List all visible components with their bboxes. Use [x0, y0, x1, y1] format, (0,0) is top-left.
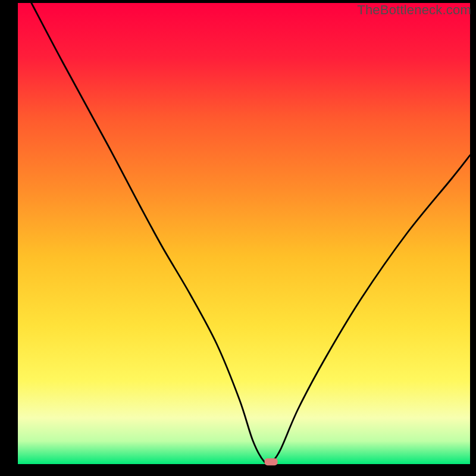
chart-svg: [0, 0, 476, 476]
plot-background: [18, 3, 470, 464]
svg-rect-3: [470, 0, 476, 476]
chart-stage: TheBottleneck.com: [0, 0, 476, 476]
svg-rect-2: [0, 0, 18, 476]
optimal-marker: [265, 458, 278, 465]
svg-rect-1: [0, 464, 476, 476]
watermark-text: TheBottleneck.com: [357, 2, 471, 18]
